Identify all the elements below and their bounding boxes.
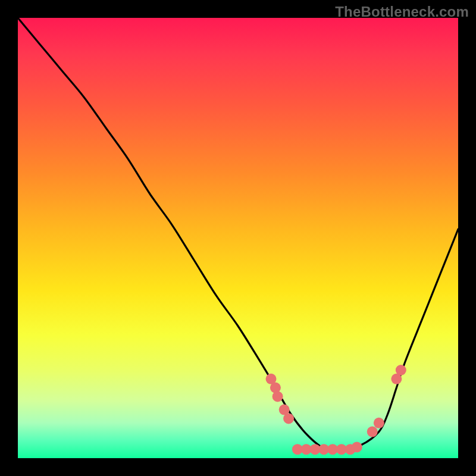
watermark-text: TheBottleneck.com <box>335 4 469 20</box>
plot-area <box>18 18 458 458</box>
marker-dot <box>352 442 362 453</box>
bottleneck-curve <box>18 18 458 450</box>
marker-dot <box>367 427 378 437</box>
marker-dot <box>396 365 406 375</box>
marker-dot <box>273 391 283 402</box>
marker-dots <box>266 365 406 455</box>
chart-frame: TheBottleneck.com <box>0 0 476 476</box>
marker-dot <box>283 413 294 424</box>
curve-svg <box>18 18 458 458</box>
marker-dot <box>374 418 384 428</box>
